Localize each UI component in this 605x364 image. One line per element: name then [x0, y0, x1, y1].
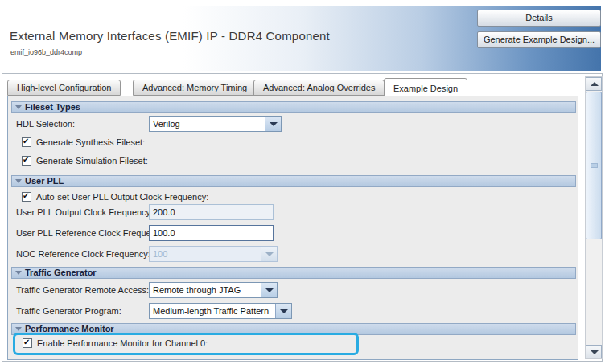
tab-label: Example Design: [393, 84, 458, 93]
collapse-icon[interactable]: [15, 327, 22, 331]
tab-label: Advanced: Analog Overrides: [263, 83, 375, 92]
tg-program-label: Traffic Generator Program:: [16, 303, 121, 319]
scroll-up-icon: [591, 82, 599, 86]
page-title: External Memory Interfaces (EMIF) IP - D…: [10, 29, 330, 43]
collapse-icon[interactable]: [15, 179, 22, 183]
tab-high-level-configuration[interactable]: High-level Configuration: [7, 80, 121, 96]
chevron-down-icon: [270, 122, 278, 126]
tab-advanced-analog-overrides[interactable]: Advanced: Analog Overrides: [253, 80, 385, 96]
tab-label: High-level Configuration: [17, 83, 111, 92]
details-button[interactable]: Details: [477, 10, 601, 27]
pll-reference-freq-label: User PLL Reference Clock Frequency:: [16, 225, 167, 241]
title-banner: External Memory Interfaces (EMIF) IP - D…: [4, 6, 601, 71]
chevron-down-icon: [265, 288, 274, 292]
tg-remote-access-dropdown[interactable]: Remote through JTAG: [149, 282, 278, 298]
tab-label: Advanced: Memory Timing: [142, 83, 247, 92]
pll-output-freq-label: User PLL Output Clock Frequency:: [16, 204, 153, 220]
collapse-icon[interactable]: [15, 105, 22, 109]
tg-program-dropdown[interactable]: Medium-length Traffic Pattern: [149, 303, 292, 319]
section-header-traffic-generator: Traffic Generator: [11, 267, 576, 279]
scroll-down-icon: [591, 350, 599, 354]
generate-example-design-button[interactable]: Generate Example Design...: [477, 31, 601, 48]
autoset-pll-label: Auto-set User PLL Output Clock Frequency…: [36, 192, 208, 202]
tab-advanced-memory-timing[interactable]: Advanced: Memory Timing: [133, 80, 257, 96]
scroll-down-button[interactable]: [586, 345, 602, 358]
generate-synthesis-label: Generate Synthesis Fileset:: [36, 137, 145, 148]
example-design-tab-content: Fileset Types HDL Selection: Verilog Gen…: [7, 96, 578, 360]
enable-perf-monitor-checkbox[interactable]: [23, 338, 32, 348]
noc-reference-freq-value: 100: [153, 247, 167, 261]
parameter-editor-pane: High-level Configuration Advanced: Memor…: [2, 73, 603, 362]
section-header-fileset-types: Fileset Types: [11, 101, 576, 113]
section-title: Traffic Generator: [12, 268, 575, 278]
pll-output-freq-input[interactable]: [149, 204, 274, 220]
generate-simulation-checkbox[interactable]: [22, 156, 31, 166]
hdl-selection-dropdown[interactable]: Verilog: [149, 116, 282, 132]
section-title: Fileset Types: [12, 102, 575, 112]
hdl-selection-value: Verilog: [153, 117, 180, 131]
dropdown-button: [261, 247, 277, 261]
pll-reference-freq-input[interactable]: [149, 225, 274, 241]
scrollbar-grip: [591, 163, 598, 168]
generate-synthesis-checkbox[interactable]: [22, 137, 31, 147]
section-header-user-pll: User PLL: [11, 175, 576, 187]
tg-remote-access-value: Remote through JTAG: [153, 283, 241, 297]
dropdown-button[interactable]: [265, 117, 281, 131]
tab-example-design[interactable]: Example Design: [384, 78, 467, 96]
chevron-down-icon: [265, 252, 274, 256]
hdl-selection-label: HDL Selection:: [16, 116, 75, 132]
noc-reference-freq-label: NOC Reference Clock Frequency:: [16, 246, 150, 262]
autoset-pll-checkbox[interactable]: [22, 192, 31, 202]
vertical-scrollbar[interactable]: [585, 76, 603, 359]
noc-reference-freq-dropdown: 100: [149, 246, 278, 262]
tg-remote-access-label: Traffic Generator Remote Access:: [16, 282, 149, 298]
dropdown-button[interactable]: [261, 283, 277, 297]
scroll-up-button[interactable]: [586, 77, 602, 91]
collapse-icon[interactable]: [15, 271, 22, 275]
enable-perf-monitor-label: Enable Performance Monitor for Channel 0…: [37, 338, 208, 349]
generate-simulation-label: Generate Simulation Fileset:: [36, 156, 148, 166]
component-instance-name: emif_io96b_ddr4comp: [10, 48, 82, 56]
details-button-label: Details: [478, 10, 600, 26]
scrollbar-thumb[interactable]: [586, 92, 602, 239]
dropdown-button[interactable]: [275, 304, 291, 318]
chevron-down-icon: [280, 309, 288, 313]
generate-example-design-button-label: Generate Example Design...: [478, 32, 600, 47]
section-title: User PLL: [12, 176, 575, 186]
tg-program-value: Medium-length Traffic Pattern: [153, 304, 269, 318]
